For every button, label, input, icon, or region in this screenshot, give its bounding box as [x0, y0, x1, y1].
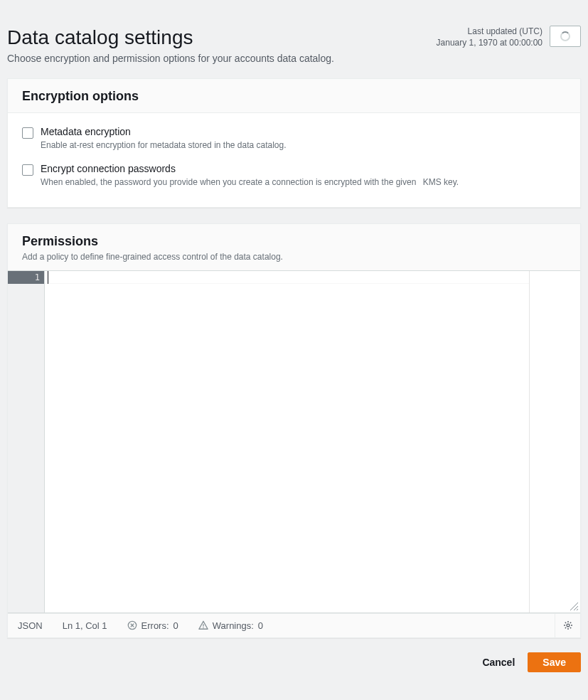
encryption-options-body: Metadata encryption Enable at-rest encry… — [8, 113, 580, 207]
code-line-1 — [45, 271, 529, 284]
metadata-encryption-row: Metadata encryption Enable at-rest encry… — [22, 123, 566, 157]
encrypt-passwords-hint: When enabled, the password you provide w… — [41, 177, 459, 187]
editor-cursor — [48, 271, 48, 284]
editor-right-margin — [529, 271, 580, 612]
error-icon — [127, 620, 137, 630]
svg-line-14 — [565, 622, 565, 623]
cancel-button[interactable]: Cancel — [479, 652, 518, 672]
editor-code-area[interactable] — [45, 271, 529, 612]
status-language: JSON — [8, 614, 53, 637]
svg-line-17 — [565, 627, 565, 628]
last-updated-text: Last updated (UTC) January 1, 1970 at 00… — [437, 26, 542, 48]
encrypt-passwords-row: Encrypt connection passwords When enable… — [22, 157, 566, 194]
svg-line-16 — [570, 622, 570, 623]
svg-line-15 — [570, 627, 570, 628]
svg-point-9 — [567, 624, 570, 627]
warning-icon — [198, 620, 208, 630]
permissions-header: Permissions Add a policy to define fine-… — [8, 224, 580, 270]
policy-editor[interactable]: 1 — [8, 271, 580, 612]
page-header: Data catalog settings Choose encryption … — [7, 26, 581, 64]
encrypt-passwords-label: Encrypt connection passwords — [41, 163, 459, 174]
permissions-panel: Permissions Add a policy to define fine-… — [7, 223, 581, 638]
errors-label: Errors: — [141, 620, 169, 631]
encrypt-passwords-checkbox[interactable] — [22, 164, 33, 176]
refresh-button[interactable] — [550, 26, 581, 47]
warnings-label: Warnings: — [213, 620, 254, 631]
gear-icon — [563, 620, 573, 630]
encrypt-passwords-hint-prefix: When enabled, the password you provide w… — [41, 177, 416, 187]
last-updated-value: January 1, 1970 at 00:00:00 — [437, 37, 542, 48]
metadata-encryption-checkbox[interactable] — [22, 127, 33, 139]
encryption-options-panel: Encryption options Metadata encryption E… — [7, 78, 581, 208]
policy-editor-wrap: 1 — [8, 270, 580, 613]
status-position: Ln 1, Col 1 — [53, 614, 117, 637]
page-description: Choose encryption and permission options… — [7, 53, 334, 64]
status-warnings: Warnings: 0 — [188, 614, 273, 637]
metadata-encryption-label: Metadata encryption — [41, 126, 287, 137]
loading-spinner-icon — [560, 31, 570, 41]
save-button[interactable]: Save — [528, 652, 581, 672]
kms-key-text: KMS key. — [423, 177, 459, 187]
encryption-options-title: Encryption options — [22, 89, 566, 104]
gutter-line-1: 1 — [8, 271, 44, 284]
encrypt-passwords-text: Encrypt connection passwords When enable… — [41, 163, 459, 187]
page-title: Data catalog settings — [7, 26, 334, 50]
editor-settings-button[interactable] — [555, 614, 580, 637]
last-updated-column: Last updated (UTC) January 1, 1970 at 00… — [437, 26, 581, 48]
page-footer: Cancel Save — [7, 638, 581, 672]
encryption-options-header: Encryption options — [8, 79, 580, 113]
title-column: Data catalog settings Choose encryption … — [7, 26, 334, 64]
editor-statusbar: JSON Ln 1, Col 1 Errors: 0 Warnings: 0 — [8, 613, 580, 637]
status-errors: Errors: 0 — [117, 614, 188, 637]
permissions-description: Add a policy to define fine-grained acce… — [22, 252, 566, 262]
metadata-encryption-hint: Enable at-rest encryption for metadata s… — [41, 140, 287, 150]
permissions-title: Permissions — [22, 234, 566, 249]
last-updated-label: Last updated (UTC) — [437, 26, 542, 37]
editor-gutter: 1 — [8, 271, 45, 612]
svg-point-8 — [203, 627, 204, 629]
errors-count: 0 — [173, 620, 178, 631]
warnings-count: 0 — [258, 620, 263, 631]
metadata-encryption-text: Metadata encryption Enable at-rest encry… — [41, 126, 287, 150]
